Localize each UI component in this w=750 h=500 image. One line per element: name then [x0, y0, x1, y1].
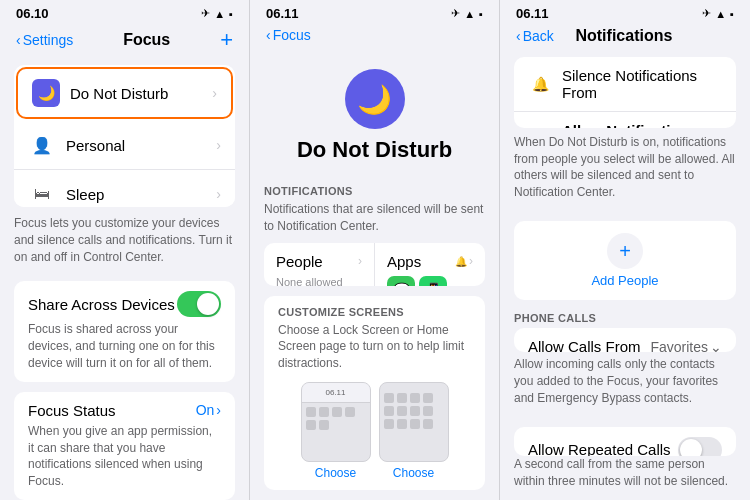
- status-bar-left: 06.10 ✈ ▲ ▪: [0, 0, 249, 25]
- repeated-calls-desc: A second call from the same person withi…: [500, 456, 750, 500]
- repeated-calls-row: Allow Repeated Calls: [514, 427, 736, 457]
- nav-bar-right: ‹ Back Notifications: [500, 25, 750, 51]
- focus-status-desc: When you give an app permission, it can …: [28, 423, 221, 490]
- people-label: People: [276, 253, 323, 270]
- battery-icon-right: ▪: [730, 8, 734, 20]
- nav-bar-left: ‹ Settings Focus +: [0, 25, 249, 59]
- lockscreen-time: 06.11: [302, 383, 370, 403]
- lockscreen-mockup: 06.11: [301, 382, 371, 462]
- chevron-down-icon: ⌄: [710, 339, 722, 353]
- silence-icon: 🔔: [528, 72, 552, 96]
- nav-bar-middle: ‹ Focus: [250, 25, 499, 49]
- sleep-icon: 🛏: [28, 180, 56, 207]
- battery-icon-mid: ▪: [479, 8, 483, 20]
- dnd-page-title: Do Not Disturb: [297, 137, 452, 163]
- airplane-icon: ✈: [201, 7, 210, 20]
- people-apps-section: People › None allowed Apps 🔔 › 💬 📱: [264, 243, 485, 286]
- calls-desc: Allow incoming calls only the contacts y…: [500, 352, 750, 416]
- share-desc: Focus is shared across your devices, and…: [28, 321, 221, 371]
- homescreen-mockup: [379, 382, 449, 462]
- lockscreen-choose-label: Choose: [315, 466, 356, 480]
- whatsapp-app-icon: 📱: [419, 276, 447, 286]
- status-time-right: 06.11: [516, 6, 549, 21]
- notif-settings-list: 🔔 Silence Notifications From ● Allow Not…: [514, 57, 736, 128]
- chevron-left-icon: ‹: [16, 32, 21, 48]
- allow-notif-item[interactable]: ● Allow Notifications From ✓: [514, 112, 736, 128]
- apps-chevron: ›: [469, 254, 473, 268]
- people-chevron: ›: [358, 254, 362, 268]
- battery-icon: ▪: [229, 8, 233, 20]
- share-section: Share Across Devices Focus is shared acr…: [14, 281, 235, 381]
- list-item-personal[interactable]: 👤 Personal ›: [14, 121, 235, 170]
- screen-previews: 06.11 Choose Choose: [278, 382, 471, 480]
- wifi-icon-right: ▲: [715, 8, 726, 20]
- list-item-sleep[interactable]: 🛏 Sleep ›: [14, 170, 235, 207]
- back-button-left[interactable]: ‹ Settings: [16, 32, 73, 48]
- wifi-icon-mid: ▲: [464, 8, 475, 20]
- list-item-dnd[interactable]: 🌙 Do Not Disturb ›: [16, 67, 233, 119]
- dnd-icon: 🌙: [32, 79, 60, 107]
- airplane-icon-right: ✈: [702, 7, 711, 20]
- add-button[interactable]: +: [220, 27, 233, 53]
- wifi-icon: ▲: [214, 8, 225, 20]
- allow-calls-value: Favorites ⌄: [650, 339, 722, 353]
- repeated-calls-toggle[interactable]: [678, 437, 722, 457]
- status-bar-right: 06.11 ✈ ▲ ▪: [500, 0, 750, 25]
- chevron-right-icon: ›: [216, 402, 221, 418]
- customize-desc: Choose a Lock Screen or Home Screen page…: [278, 322, 471, 372]
- status-time-middle: 06.11: [266, 6, 299, 21]
- homescreen-choose-label: Choose: [393, 466, 434, 480]
- chevron-left-icon-mid: ‹: [266, 27, 271, 43]
- customize-header: CUSTOMIZE SCREENS: [278, 306, 471, 318]
- lockscreen-preview[interactable]: 06.11 Choose: [301, 382, 371, 480]
- lockscreen-dots: [302, 403, 370, 434]
- repeated-calls-label: Allow Repeated Calls: [528, 441, 671, 456]
- status-icons-right: ✈ ▲ ▪: [702, 7, 734, 20]
- chevron-left-icon-right: ‹: [516, 28, 521, 44]
- people-subtitle: None allowed: [276, 276, 362, 286]
- personal-label: Personal: [66, 137, 216, 154]
- left-panel: 06.10 ✈ ▲ ▪ ‹ Settings Focus + 🌙 Do Not …: [0, 0, 250, 500]
- calls-section: Allow Calls From Favorites ⌄: [514, 328, 736, 352]
- focus-info: Focus lets you customize your devices an…: [0, 207, 249, 271]
- allow-calls-label: Allow Calls From: [528, 338, 641, 352]
- people-apps-row: People › None allowed Apps 🔔 › 💬 📱: [264, 243, 485, 286]
- notifications-header: NOTIFICATIONS: [250, 175, 499, 201]
- customize-section: CUSTOMIZE SCREENS Choose a Lock Screen o…: [264, 296, 485, 490]
- focus-status-section: Focus Status On › When you give an app p…: [14, 392, 235, 500]
- app-icons: 💬 📱: [387, 276, 473, 286]
- notifications-desc: Notifications that are silenced will be …: [250, 201, 499, 243]
- back-button-middle[interactable]: ‹ Focus: [266, 27, 311, 43]
- messages-app-icon: 💬: [387, 276, 415, 286]
- apps-label: Apps: [387, 253, 421, 270]
- add-people-area: + Add People: [514, 221, 736, 300]
- status-time-left: 06.10: [16, 6, 49, 21]
- sleep-chevron: ›: [216, 186, 221, 202]
- personal-chevron: ›: [216, 137, 221, 153]
- status-icons-left: ✈ ▲ ▪: [201, 7, 233, 20]
- nav-title-right: Notifications: [575, 27, 672, 45]
- share-title: Share Across Devices: [28, 296, 175, 313]
- dnd-label: Do Not Disturb: [70, 85, 212, 102]
- personal-icon: 👤: [28, 131, 56, 159]
- focus-status-title: Focus Status: [28, 402, 116, 419]
- notif-desc: When Do Not Disturb is on, notifications…: [500, 128, 750, 211]
- allow-calls-item[interactable]: Allow Calls From Favorites ⌄: [514, 328, 736, 352]
- share-toggle[interactable]: [177, 291, 221, 317]
- dnd-chevron: ›: [212, 85, 217, 101]
- back-button-right[interactable]: ‹ Back: [516, 28, 554, 44]
- dnd-circle-icon: 🌙: [345, 69, 405, 129]
- sleep-label: Sleep: [66, 186, 216, 203]
- right-panel: 06.11 ✈ ▲ ▪ ‹ Back Notifications 🔔 Silen…: [500, 0, 750, 500]
- apps-col[interactable]: Apps 🔔 › 💬 📱: [375, 243, 485, 286]
- airplane-icon-mid: ✈: [451, 7, 460, 20]
- focus-status-value[interactable]: On ›: [196, 402, 221, 418]
- homescreen-preview[interactable]: Choose: [379, 382, 449, 480]
- phone-calls-header: PHONE CALLS: [500, 300, 750, 328]
- repeated-calls-section: Allow Repeated Calls: [514, 427, 736, 457]
- people-col[interactable]: People › None allowed: [264, 243, 375, 286]
- bell-icon: 🔔: [455, 256, 467, 267]
- silence-notif-item[interactable]: 🔔 Silence Notifications From: [514, 57, 736, 112]
- add-people-button[interactable]: +: [607, 233, 643, 269]
- silence-label: Silence Notifications From: [562, 67, 722, 101]
